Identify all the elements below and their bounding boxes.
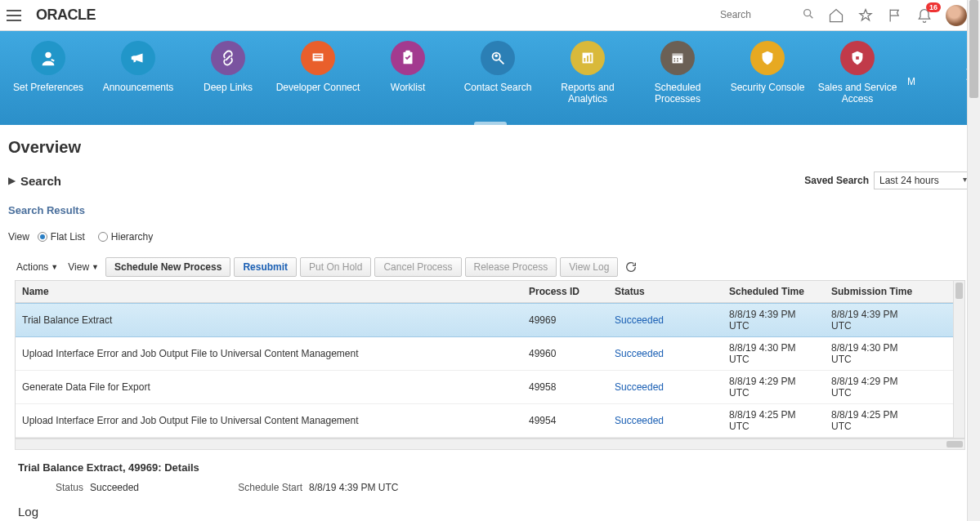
flag-icon[interactable] bbox=[887, 7, 903, 24]
cell-scheduled: 8/8/19 4:25 PM UTC bbox=[723, 404, 825, 437]
cell-submission: 8/8/19 4:30 PM UTC bbox=[825, 337, 927, 370]
radio-label: Flat List bbox=[51, 231, 85, 243]
cell-process-id: 49954 bbox=[522, 410, 608, 431]
oracle-logo: ORACLE bbox=[36, 7, 96, 24]
col-name[interactable]: Name bbox=[16, 281, 522, 302]
search-user-icon bbox=[481, 41, 515, 75]
col-scheduled[interactable]: Scheduled Time bbox=[723, 281, 825, 302]
actions-menu[interactable]: Actions▼ bbox=[13, 260, 61, 274]
svg-rect-12 bbox=[584, 58, 585, 62]
notification-badge: 16 bbox=[926, 2, 941, 12]
status-link[interactable]: Succeeded bbox=[615, 381, 664, 393]
svg-point-21 bbox=[677, 60, 678, 62]
nav-contact-search[interactable]: Contact Search bbox=[453, 38, 543, 93]
cancel-process-button[interactable]: Cancel Process bbox=[374, 257, 461, 277]
details-panel: Trial Balance Extract, 49969: Details St… bbox=[18, 461, 962, 521]
nav-deep-links[interactable]: Deep Links bbox=[183, 38, 273, 93]
search-disclosure-triangle[interactable]: ▶ bbox=[8, 175, 16, 186]
cell-scheduled: 8/8/19 4:39 PM UTC bbox=[723, 304, 825, 336]
page-title: Overview bbox=[8, 138, 972, 157]
table-vertical-scrollbar[interactable] bbox=[953, 281, 964, 438]
col-status[interactable]: Status bbox=[608, 281, 723, 302]
svg-point-0 bbox=[804, 10, 811, 16]
refresh-icon[interactable] bbox=[624, 260, 638, 274]
details-title: Trial Balance Extract, 49969: Details bbox=[18, 461, 962, 474]
nav-announcements[interactable]: Announcements bbox=[93, 38, 183, 93]
radio-label: Hierarchy bbox=[111, 231, 153, 243]
svg-rect-22 bbox=[856, 56, 859, 60]
hamburger-menu-button[interactable] bbox=[7, 6, 26, 25]
view-log-button[interactable]: View Log bbox=[560, 257, 618, 277]
svg-rect-4 bbox=[314, 55, 321, 56]
results-toolbar: Actions▼ View▼ Schedule New Process Resu… bbox=[8, 254, 972, 280]
nav-label: Contact Search bbox=[453, 82, 543, 93]
springboard-nav: Set Preferences Announcements Deep Links… bbox=[0, 31, 980, 125]
nav-drag-handle[interactable] bbox=[474, 122, 507, 127]
schedule-new-process-button[interactable]: Schedule New Process bbox=[105, 257, 230, 277]
megaphone-icon bbox=[121, 41, 155, 75]
svg-point-10 bbox=[494, 54, 498, 57]
svg-line-9 bbox=[499, 60, 504, 65]
col-submission[interactable]: Submission Time bbox=[825, 281, 927, 302]
details-schedule-start-value: 8/8/19 4:39 PM UTC bbox=[309, 482, 398, 493]
svg-line-1 bbox=[810, 16, 812, 18]
saved-search-select[interactable]: Last 24 hours bbox=[874, 171, 972, 189]
scrollbar-thumb[interactable] bbox=[946, 441, 963, 448]
log-heading: Log bbox=[18, 505, 962, 519]
shield-lock-icon bbox=[840, 41, 875, 75]
nav-security-console[interactable]: Security Console bbox=[723, 38, 812, 93]
globe-icon bbox=[301, 41, 335, 75]
col-process-id[interactable]: Process ID bbox=[522, 281, 608, 302]
svg-rect-3 bbox=[313, 54, 324, 61]
notifications-icon[interactable]: 16 bbox=[916, 7, 933, 24]
view-flat-list-radio[interactable]: Flat List bbox=[38, 231, 85, 243]
release-process-button[interactable]: Release Process bbox=[465, 257, 557, 277]
put-on-hold-button[interactable]: Put On Hold bbox=[300, 257, 371, 277]
cell-submission: 8/8/19 4:25 PM UTC bbox=[825, 404, 927, 437]
view-menu[interactable]: View▼ bbox=[65, 260, 102, 274]
search-icon[interactable] bbox=[802, 7, 815, 23]
view-mode-row: View Flat List Hierarchy bbox=[8, 231, 972, 243]
search-section-header: ▶ Search Saved Search Last 24 hours bbox=[8, 171, 972, 189]
cell-process-id: 49969 bbox=[522, 309, 608, 331]
svg-rect-7 bbox=[405, 51, 410, 54]
home-icon[interactable] bbox=[828, 7, 844, 24]
cell-scheduled: 8/8/19 4:29 PM UTC bbox=[723, 371, 825, 403]
menu-label: Actions bbox=[16, 261, 48, 273]
nav-set-preferences[interactable]: Set Preferences bbox=[3, 38, 93, 93]
status-link[interactable]: Succeeded bbox=[615, 415, 664, 426]
status-link[interactable]: Succeeded bbox=[615, 314, 664, 326]
scrollbar-thumb[interactable] bbox=[955, 283, 963, 299]
search-section-label: Search bbox=[20, 174, 61, 188]
cell-submission: 8/8/19 4:39 PM UTC bbox=[825, 304, 927, 336]
table-row[interactable]: Upload Interface Error and Job Output Fi… bbox=[16, 404, 953, 438]
radio-off-icon bbox=[98, 232, 108, 242]
table-horizontal-scrollbar[interactable] bbox=[15, 439, 965, 450]
table-row[interactable]: Generate Data File for Export49958Succee… bbox=[16, 371, 953, 404]
table-row[interactable]: Upload Interface Error and Job Output Fi… bbox=[16, 337, 953, 371]
nav-label: Set Preferences bbox=[3, 82, 93, 93]
nav-scheduled-processes[interactable]: Scheduled Processes bbox=[633, 38, 723, 105]
nav-label: Announcements bbox=[93, 82, 183, 93]
star-icon[interactable] bbox=[857, 7, 874, 24]
view-label: View bbox=[8, 231, 29, 243]
scrollbar-thumb[interactable] bbox=[969, 0, 978, 98]
radio-on-icon bbox=[38, 232, 47, 242]
nav-sales-service-access[interactable]: Sales and Service Access bbox=[812, 38, 902, 105]
page-vertical-scrollbar[interactable] bbox=[967, 0, 980, 521]
nav-developer-connect[interactable]: Developer Connect bbox=[273, 38, 363, 93]
view-hierarchy-radio[interactable]: Hierarchy bbox=[98, 231, 153, 243]
table-row[interactable]: Trial Balance Extract49969Succeeded8/8/1… bbox=[16, 303, 953, 337]
nav-label: Developer Connect bbox=[273, 82, 363, 93]
global-search-input[interactable] bbox=[717, 6, 815, 24]
svg-point-20 bbox=[673, 60, 675, 62]
resubmit-button[interactable]: Resubmit bbox=[234, 257, 297, 277]
user-avatar[interactable] bbox=[946, 5, 967, 26]
svg-rect-13 bbox=[587, 56, 588, 61]
nav-reports-analytics[interactable]: Reports and Analytics bbox=[543, 38, 633, 105]
cell-name: Generate Data File for Export bbox=[16, 376, 522, 398]
nav-worklist[interactable]: Worklist bbox=[363, 38, 453, 93]
saved-search-label: Saved Search bbox=[804, 175, 869, 186]
nav-label: Security Console bbox=[723, 82, 812, 93]
status-link[interactable]: Succeeded bbox=[615, 348, 664, 359]
